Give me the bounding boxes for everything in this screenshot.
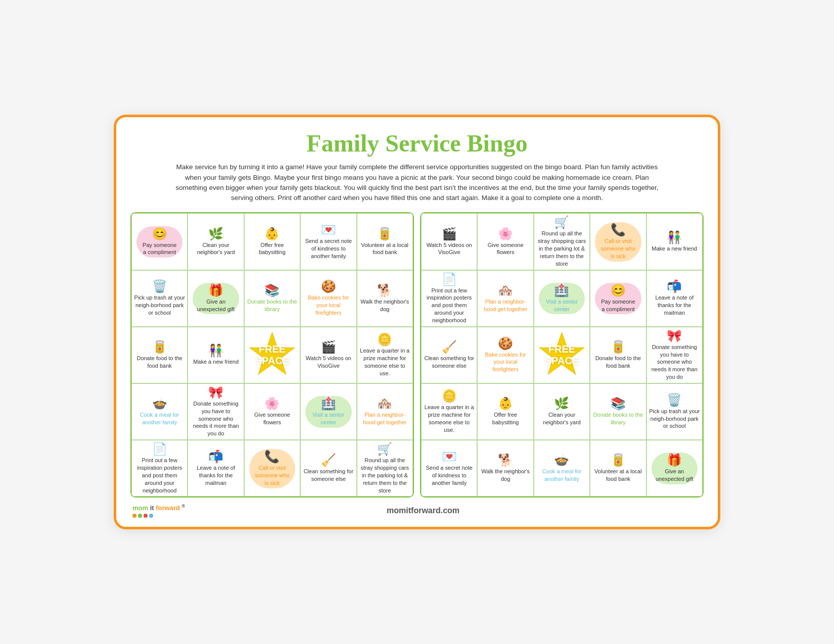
bingo-cell: 👫Make a new friend (646, 213, 703, 270)
footer-logo: mom it forward ® (132, 504, 185, 517)
cell-icon: 🎁 (208, 284, 223, 296)
cell-icon: 🏘️ (377, 398, 392, 410)
dot-green (138, 514, 142, 518)
bingo-cell: 💌Send a secret note of kindness to anoth… (300, 213, 356, 270)
cell-text: Pick up trash at your neigh-borhood park… (649, 408, 700, 430)
cell-icon: 👫 (208, 344, 223, 357)
cell-icon: 🎬 (442, 228, 457, 240)
bingo-cell: 🥫Donate food to the food bank (131, 327, 188, 383)
bingo-cell: 📬Leave a note of thanks for the mailman (188, 440, 244, 497)
cell-icon: 🎀 (667, 330, 682, 342)
cell-icon: 🌸 (498, 228, 513, 240)
bingo-cell: 🐕Walk the neighbor's dog (357, 270, 413, 327)
bingo-cell: 📞Call or visit someone who is sick (590, 213, 646, 270)
cell-icon: 📞 (611, 224, 626, 236)
bingo-cell: 📚Donate books to the library (590, 383, 646, 440)
bingo-board-1: 😊Pay someone a compliment🌿Clean your nei… (130, 212, 414, 498)
cell-icon: 📚 (611, 398, 626, 410)
cell-icon: 🌿 (208, 228, 223, 240)
footer: mom it forward ® momitforward.com (130, 504, 704, 517)
boards-container: 😊Pay someone a compliment🌿Clean your nei… (130, 212, 704, 498)
free-space-label: FREESPACE (545, 343, 579, 367)
footer-url: momitforward.com (387, 506, 459, 515)
cell-text: Leave a note of thanks for the mailman (649, 294, 700, 317)
cell-text: Clean something for someone else (303, 468, 354, 483)
cell-text: Clean something for someone else (424, 355, 475, 370)
cell-icon: 🗑️ (152, 280, 167, 292)
bingo-cell: 🏘️Plan a neighbor-hood get together (357, 383, 413, 440)
cell-text: Round up all the stray shopping cars in … (359, 457, 410, 494)
cell-text: Donate books to the library (592, 411, 643, 426)
cell-icon: 📞 (264, 451, 280, 463)
cell-text: Give someone flowers (480, 241, 531, 257)
cell-icon: 🪙 (442, 390, 457, 402)
bingo-grid-2: 🎬Watch 5 videos on VisoGive🌸Give someone… (421, 213, 703, 497)
bingo-cell: 🌿Clean your neighbor's yard (188, 213, 244, 270)
bingo-cell: FREESPACE (244, 327, 300, 383)
cell-text: Pay someone a compliment (599, 298, 637, 313)
dot-orange (132, 514, 136, 518)
bingo-cell: 🎁Give an unexpected gift (646, 440, 703, 497)
cell-text: Watch 5 videos on VisoGive (424, 241, 475, 257)
bingo-cell: 👶Offer free babysitting (244, 213, 300, 270)
cell-text: Give an unexpected gift (656, 468, 693, 483)
bingo-cell: 🍪Bake cookies for your local firefighter… (477, 327, 533, 383)
cell-icon: 👫 (667, 231, 682, 243)
cell-text: Leave a quarter in a prize machine for s… (424, 404, 475, 433)
cell-text: Volunteer at a local food bank (592, 468, 643, 483)
cell-text: Cook a meal for another family (134, 411, 185, 426)
cell-text: Make a new friend (193, 358, 239, 366)
bingo-cell: 🎀Donate something you have to someone wh… (188, 383, 244, 440)
cell-text: Print out a few inspiration posters and … (134, 457, 185, 494)
bingo-cell: 🧹Clean something for someone else (421, 327, 477, 383)
bingo-cell: 😊Pay someone a compliment (590, 270, 646, 327)
cell-text: Walk the neighbor's dog (480, 468, 531, 483)
bingo-cell: 📚Donate books to the library (244, 270, 300, 327)
cell-icon: 🍲 (152, 398, 167, 410)
page-title: Family Service Bingo (130, 129, 704, 157)
bingo-cell: 🛒Round up all the stray shopping cars in… (534, 213, 590, 270)
bingo-cell: 🪙Leave a quarter in a prize machine for … (357, 327, 413, 383)
cell-icon: 🥫 (611, 341, 626, 353)
bingo-cell: 🏥Visit a senior center (534, 270, 590, 327)
cell-icon: 😊 (152, 228, 167, 240)
bingo-cell: 🏥Visit a senior center (300, 383, 356, 440)
bingo-cell: 🎬Watch 5 videos on VisoGive (421, 213, 477, 270)
cell-text: Donate something you have to someone who… (649, 343, 700, 381)
bingo-cell: 🛒Round up all the stray shopping cars in… (357, 440, 413, 497)
cell-text: Visit a senior center (543, 298, 581, 313)
bingo-cell: 📄Print out a few inspiration posters and… (131, 440, 188, 497)
cell-text: Donate something you have to someone who… (190, 400, 241, 437)
logo-container: mom it forward ® (132, 504, 185, 517)
cell-icon: 📬 (208, 451, 223, 463)
cell-icon: 🎀 (208, 386, 223, 399)
cell-icon: 🍪 (321, 280, 336, 292)
cell-text: Leave a quarter in a prize machine for s… (359, 347, 410, 377)
cell-text: Round up all the stray shopping cars in … (536, 230, 587, 267)
cell-icon: 🪙 (377, 333, 392, 345)
cell-text: Give an unexpected gift (197, 298, 235, 313)
free-space-label: FREESPACE (255, 343, 289, 367)
cell-icon: 🐕 (377, 284, 392, 296)
cell-text: Donate food to the food bank (134, 355, 185, 370)
cell-icon: 🍪 (498, 337, 513, 350)
bingo-cell: 🥫Donate food to the food bank (590, 327, 646, 383)
dot-red (144, 514, 148, 518)
bingo-cell: 👶Offer free babysitting (477, 383, 533, 440)
bingo-cell: FREESPACE (534, 327, 590, 383)
logo-text: mom it forward ® (132, 504, 185, 512)
cell-text: Send a secret note of kindness to anothe… (424, 464, 475, 487)
bingo-cell: 🌿Clean your neighbor's yard (534, 383, 590, 440)
cell-text: Walk the neighbor's dog (359, 298, 410, 313)
bingo-cell: 🧹Clean something for someone else (300, 440, 356, 497)
cell-text: Volunteer at a local food bank (359, 241, 410, 257)
bingo-cell: 😊Pay someone a compliment (131, 213, 188, 270)
logo-dots (132, 514, 185, 518)
bingo-cell: 🍲Cook a meal for another family (131, 383, 188, 440)
cell-icon: 🥫 (152, 341, 167, 353)
cell-text: Send a secret note of kindness to anothe… (303, 237, 354, 260)
cell-text: Clean your neighbor's yard (190, 241, 241, 257)
bingo-cell: 🐕Walk the neighbor's dog (477, 440, 533, 497)
cell-icon: 👶 (264, 228, 280, 240)
cell-text: Donate food to the food bank (592, 355, 643, 370)
